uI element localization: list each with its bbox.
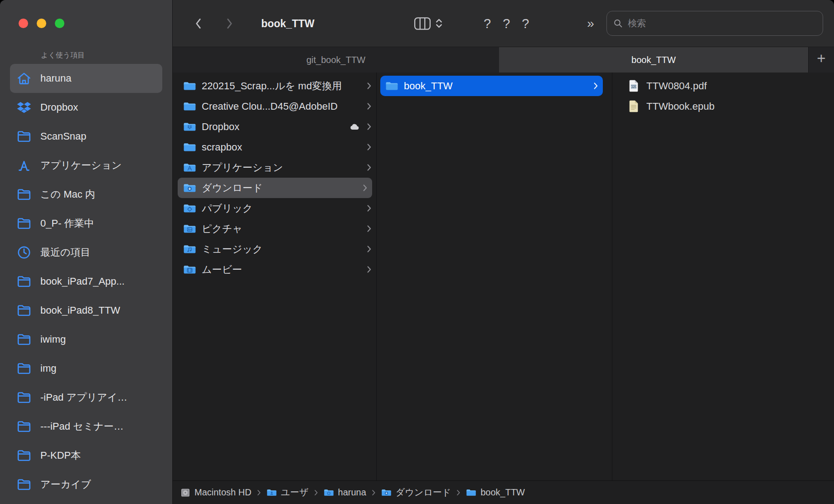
- sidebar-item[interactable]: 最近の項目: [10, 238, 162, 267]
- forward-button[interactable]: [227, 18, 233, 29]
- folder-icon: [183, 122, 197, 132]
- unknown-toolbar-button[interactable]: ?: [522, 16, 529, 31]
- folder-row-label: Creative Clou...D45@AdobeID: [202, 101, 364, 112]
- folder-icon: [15, 359, 34, 378]
- chevron-right-icon: [367, 225, 372, 233]
- sidebar-item[interactable]: img: [10, 354, 162, 383]
- folder-row-label: 220215_Scrap...ルを md変換用: [202, 79, 364, 93]
- sidebar-item[interactable]: アプリケーション: [10, 151, 162, 180]
- path-item[interactable]: haruna: [324, 487, 366, 498]
- path-item[interactable]: ユーザ: [267, 486, 309, 499]
- file-row[interactable]: TTW0804.pdf: [612, 76, 834, 96]
- sidebar-item[interactable]: haruna: [10, 64, 162, 93]
- folder-icon: [15, 446, 34, 465]
- tab-bar: git_book_TTWbook_TTW+: [173, 47, 834, 73]
- folder-row[interactable]: ミュージック: [173, 239, 376, 259]
- chevron-right-icon: [367, 102, 372, 110]
- back-button[interactable]: [195, 18, 202, 29]
- tab-book_TTW[interactable]: book_TTW: [499, 47, 808, 73]
- sidebar-item-label: img: [40, 363, 56, 374]
- hdd-icon: [180, 488, 190, 498]
- folder-icon: [183, 204, 197, 213]
- sidebar: よく使う項目 harunaDropboxScanSnapアプリケーションこの M…: [0, 0, 173, 504]
- close-button[interactable]: [19, 19, 28, 28]
- folder-row[interactable]: パブリック: [173, 198, 376, 218]
- file-row-label: TTW0804.pdf: [646, 80, 829, 92]
- sidebar-item[interactable]: アーカイブ: [10, 470, 162, 499]
- folder-row[interactable]: ムービー: [173, 259, 376, 280]
- folder-icon: [15, 330, 34, 349]
- tab-git_book_TTW[interactable]: git_book_TTW: [173, 47, 499, 73]
- sidebar-item[interactable]: ---iPad セミナー…: [10, 412, 162, 441]
- chevron-right-icon: [367, 266, 372, 273]
- folder-row-label: ピクチャ: [202, 222, 364, 236]
- folder-icon: [183, 142, 197, 152]
- folder-icon: [15, 272, 34, 291]
- folder-row[interactable]: アプリケーション: [173, 157, 376, 178]
- search-field[interactable]: [606, 11, 823, 36]
- tab-label: book_TTW: [631, 55, 676, 65]
- chevron-right-white-icon: [593, 82, 598, 90]
- search-input[interactable]: [627, 18, 816, 29]
- dropbox-icon: [15, 98, 34, 117]
- column-3: TTW0804.pdfTTWbook.epub: [612, 73, 834, 480]
- file-row[interactable]: TTWbook.epub: [612, 96, 834, 116]
- folder-row-label: パブリック: [202, 202, 364, 215]
- folder-home-icon: [324, 488, 334, 497]
- unknown-toolbar-button[interactable]: ?: [484, 16, 491, 31]
- sidebar-item[interactable]: iwimg: [10, 325, 162, 354]
- folder-row[interactable]: 220215_Scrap...ルを md変換用: [173, 76, 376, 96]
- clock-icon: [15, 243, 34, 262]
- column-view: 220215_Scrap...ルを md変換用Creative Clou...D…: [173, 73, 834, 480]
- sidebar-item-label: 最近の項目: [40, 246, 91, 259]
- unknown-toolbar-button[interactable]: ?: [503, 16, 510, 31]
- chevron-up-down-icon: [435, 17, 443, 29]
- path-item-label: Macintosh HD: [194, 487, 252, 498]
- folder-icon: [183, 224, 197, 234]
- minimize-button[interactable]: [37, 19, 46, 28]
- folder-row[interactable]: Dropbox: [173, 116, 376, 137]
- column-2: book_TTW: [377, 73, 612, 480]
- sidebar-item-label: ---iPad セミナー…: [40, 420, 124, 433]
- folder-icon: [15, 214, 34, 233]
- sidebar-item[interactable]: book_iPad7_App...: [10, 267, 162, 296]
- folder-row[interactable]: ピクチャ: [173, 218, 376, 239]
- folder-icon: [183, 81, 197, 91]
- sidebar-item[interactable]: この Mac 内: [10, 180, 162, 209]
- epub-file-icon: [628, 100, 640, 113]
- view-picker-button[interactable]: [435, 17, 443, 29]
- sidebar-item[interactable]: ScanSnap: [10, 122, 162, 151]
- path-separator-icon: [314, 489, 318, 496]
- pdf-file-icon: [628, 79, 640, 92]
- path-item-label: haruna: [338, 487, 366, 498]
- folder-icon: [385, 81, 399, 91]
- path-item-label: book_TTW: [480, 487, 525, 498]
- folder-row[interactable]: Creative Clou...D45@AdobeID: [173, 96, 376, 116]
- toolbar-overflow-button[interactable]: »: [587, 16, 594, 31]
- sidebar-item-label: この Mac 内: [40, 188, 95, 201]
- file-row-label: TTWbook.epub: [646, 101, 829, 112]
- column-view-button[interactable]: [414, 17, 431, 30]
- chevron-right-icon: [367, 204, 372, 212]
- sidebar-item[interactable]: P-KDP本: [10, 441, 162, 470]
- folder-icon: [183, 183, 197, 193]
- sidebar-item[interactable]: 0_P- 作業中: [10, 209, 162, 238]
- sidebar-item[interactable]: book_iPad8_TTW: [10, 296, 162, 325]
- sidebar-item[interactable]: -iPad アプリアイ…: [10, 383, 162, 412]
- column-1: 220215_Scrap...ルを md変換用Creative Clou...D…: [173, 73, 377, 480]
- zoom-button[interactable]: [55, 19, 64, 28]
- sidebar-section-header: よく使う項目: [41, 51, 85, 60]
- folder-row[interactable]: scrapbox: [173, 137, 376, 157]
- path-item[interactable]: Macintosh HD: [180, 487, 252, 498]
- sidebar-item-label: アプリケーション: [40, 159, 122, 172]
- folder-row[interactable]: book_TTW: [380, 76, 603, 96]
- path-item[interactable]: ダウンロード: [381, 486, 451, 499]
- folder-icon: [15, 417, 34, 436]
- new-tab-button[interactable]: +: [808, 47, 834, 73]
- finder-window: よく使う項目 harunaDropboxScanSnapアプリケーションこの M…: [0, 0, 834, 504]
- window-title: book_TTW: [261, 17, 315, 29]
- sidebar-item[interactable]: Dropbox: [10, 93, 162, 122]
- path-item[interactable]: book_TTW: [466, 487, 525, 498]
- folder-row[interactable]: ダウンロード: [178, 178, 372, 198]
- folder-row-label: scrapbox: [202, 141, 364, 153]
